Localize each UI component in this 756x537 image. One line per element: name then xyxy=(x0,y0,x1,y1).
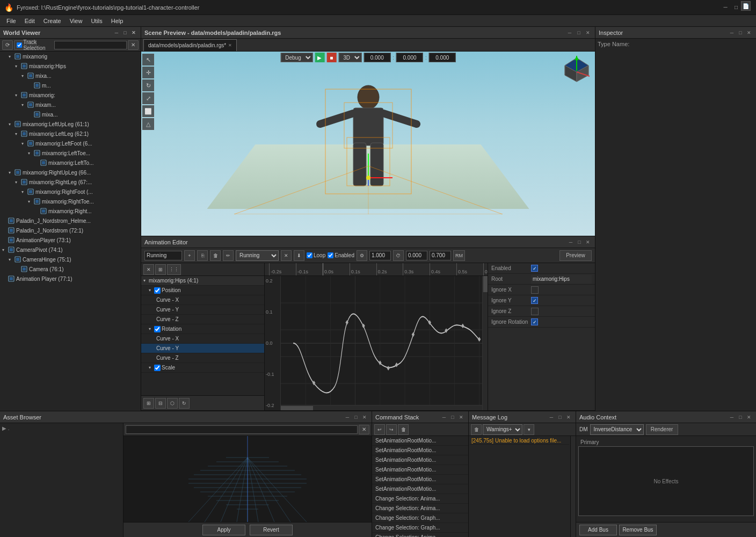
menu-view[interactable]: View xyxy=(66,17,87,25)
msg-minimize[interactable]: ─ xyxy=(548,413,555,421)
terrain-tool[interactable]: △ xyxy=(142,118,154,130)
inspector-maximize[interactable]: □ xyxy=(737,29,744,37)
anim-copy-btn[interactable]: ⎘ xyxy=(197,250,208,261)
anim-x-btn[interactable]: ✕ xyxy=(281,250,292,261)
remove-bus-button[interactable]: Remove Bus xyxy=(619,525,657,535)
anim-bottom-btn1[interactable]: ⊞ xyxy=(143,398,154,409)
speed-input[interactable] xyxy=(369,251,391,260)
enabled-check[interactable] xyxy=(328,252,333,258)
cmd-item-7[interactable]: Change Selection: Anima... xyxy=(372,494,468,504)
tree-item-19[interactable]: Paladin_J_Nordstrom (72:1) xyxy=(0,226,141,235)
tree-item-15[interactable]: ▾mixamorig:RightFoot (... xyxy=(0,187,141,197)
wv-tb-btn3[interactable]: Track Selection xyxy=(26,40,37,50)
cmd-item-11[interactable]: Change Selection: Anima... xyxy=(372,533,468,537)
apply-button[interactable]: Apply xyxy=(202,525,245,535)
tree-item-21[interactable]: ▾CameraPivot (74:1) xyxy=(0,245,141,255)
world-viewer-close[interactable]: ✕ xyxy=(130,29,137,37)
prop-ignorey-check[interactable]: ✓ xyxy=(531,297,538,304)
world-search-input[interactable] xyxy=(54,41,127,49)
anim-editor-close[interactable]: ✕ xyxy=(584,238,592,246)
move-tool[interactable]: ✛ xyxy=(142,67,154,78)
wv-tb-btn1[interactable]: ⟳ xyxy=(2,40,13,50)
scene-preview-maximize[interactable]: □ xyxy=(575,29,583,37)
tree-item-22[interactable]: ▾CameraHinge (75:1) xyxy=(0,255,141,264)
audio-minimize[interactable]: ─ xyxy=(728,413,736,421)
scale-tool[interactable]: ⤢ xyxy=(142,92,154,104)
inspector-minimize[interactable]: ─ xyxy=(728,29,736,37)
tree-item-20[interactable]: AnimationPlayer (73:1) xyxy=(0,235,141,245)
anim-import-btn[interactable]: ⬇ xyxy=(294,250,304,261)
track-close-btn[interactable]: ✕ xyxy=(143,264,154,275)
anim-bottom-btn3[interactable]: ⬡ xyxy=(167,398,178,409)
tree-item-1[interactable]: ▾mixamorig xyxy=(0,52,141,61)
track-rotation-group[interactable]: ▾ Rotation xyxy=(141,324,264,334)
track-curve-z-rot[interactable]: Curve - Z xyxy=(141,353,264,363)
minimize-button[interactable]: ─ xyxy=(721,3,730,12)
renderer-dropdown[interactable]: InverseDistance xyxy=(590,424,644,435)
track-curve-z-pos[interactable]: Curve - Z xyxy=(141,315,264,324)
time-input[interactable] xyxy=(406,251,427,260)
anim-edit-btn[interactable]: ✏ xyxy=(223,250,234,261)
view-mode-dropdown[interactable]: 3D xyxy=(338,53,361,62)
menu-create[interactable]: Create xyxy=(39,17,66,25)
scene-preview-close[interactable]: ✕ xyxy=(584,29,592,37)
track-rot-check[interactable] xyxy=(154,326,161,332)
tree-item-4[interactable]: m... xyxy=(0,81,141,90)
track-curve-y-rot[interactable]: Curve - Y xyxy=(141,344,264,353)
menu-help[interactable]: Help xyxy=(107,17,128,25)
rm-btn[interactable]: RM xyxy=(453,250,465,261)
track-scale-group[interactable]: ▾ Scale xyxy=(141,363,264,373)
animation-graph[interactable]: 0.2 0.1 0.0 -0.1 -0.2 xyxy=(265,276,488,410)
track-selection-check[interactable] xyxy=(17,42,22,48)
msg-maximize[interactable]: □ xyxy=(556,413,564,421)
tree-item-24[interactable]: Animation Player (77:1) xyxy=(0,274,141,284)
preview-btn[interactable]: Preview xyxy=(559,250,592,261)
cmd-item-8[interactable]: Change Selection: Anima... xyxy=(372,504,468,513)
track-pos-check[interactable] xyxy=(154,287,161,294)
tree-item-23[interactable]: Camera (76:1) xyxy=(0,264,141,274)
wv-close-btn[interactable]: ✕ xyxy=(128,40,139,50)
track-curve-x-pos[interactable]: Curve - X xyxy=(141,295,264,305)
asset-minimize[interactable]: ─ xyxy=(344,413,351,421)
cmd-item-4[interactable]: SetAnimationRootMotio... xyxy=(372,465,468,475)
select-tool[interactable]: ↖ xyxy=(142,54,154,66)
prop-ignorex-check[interactable] xyxy=(531,286,539,294)
asset-search-clear[interactable]: ✕ xyxy=(359,425,369,434)
loop-check[interactable] xyxy=(307,252,312,258)
menu-file[interactable]: File xyxy=(2,17,20,25)
tree-item-2[interactable]: ▾mixamorig:Hips xyxy=(0,61,141,71)
cmd-maximize[interactable]: □ xyxy=(449,413,456,421)
anim-time-btn[interactable]: ⏱ xyxy=(393,250,404,261)
select-rect-tool[interactable]: ⬜ xyxy=(142,105,154,117)
cmd-undo-btn[interactable]: ↩ xyxy=(374,424,385,435)
anim-clock-btn[interactable]: ⚙ xyxy=(357,250,367,261)
maximize-button[interactable]: □ xyxy=(731,3,741,12)
asset-maximize[interactable]: □ xyxy=(352,413,360,421)
tree-item-9[interactable]: ▾mixamorig:LeftLeg (62:1) xyxy=(0,129,141,139)
world-viewer-maximize[interactable]: □ xyxy=(121,29,129,37)
track-group-hips[interactable]: ▾ mixamorig:Hips (4:1) xyxy=(141,276,264,286)
audio-maximize[interactable]: □ xyxy=(737,413,744,421)
cmd-redo-btn[interactable]: ↪ xyxy=(386,424,397,435)
scene-tab-close-icon[interactable]: ✕ xyxy=(228,43,232,48)
tree-item-11[interactable]: ▾mixamorig:LeftToe... xyxy=(0,148,141,158)
cmd-item-2[interactable]: SetAnimationRootMotio... xyxy=(372,446,468,455)
cmd-close[interactable]: ✕ xyxy=(457,413,465,421)
audio-close[interactable]: ✕ xyxy=(745,413,753,421)
scrollbar-thumb-h[interactable] xyxy=(281,406,313,410)
inspector-file-btn[interactable]: 📄 xyxy=(741,1,751,11)
anim-delete-btn[interactable]: 🗑 xyxy=(210,250,221,261)
track-curve-x-rot[interactable]: Curve - X xyxy=(141,334,264,344)
tree-item-8[interactable]: ▾mixamorig:LeftUpLeg (61:1) xyxy=(0,119,141,129)
stop-button[interactable]: ■ xyxy=(326,53,336,62)
prop-ignorez-check[interactable] xyxy=(531,308,539,315)
msg-clear-btn[interactable]: 🗑 xyxy=(471,424,482,435)
msg-item-1[interactable]: [245.75s] Unable to load options file... xyxy=(470,437,569,445)
anim-editor-maximize[interactable]: □ xyxy=(576,238,583,246)
tree-item-7[interactable]: mixa... xyxy=(0,110,141,119)
debug-dropdown[interactable]: Debug xyxy=(280,53,312,62)
anim-bottom-btn2[interactable]: ⊟ xyxy=(155,398,166,409)
prop-root-value[interactable]: mixamorig:Hips xyxy=(531,275,592,284)
tree-item-3[interactable]: ▾mixa... xyxy=(0,71,141,81)
tree-item-18[interactable]: Paladin_J_Nordstrom_Helme... xyxy=(0,216,141,226)
